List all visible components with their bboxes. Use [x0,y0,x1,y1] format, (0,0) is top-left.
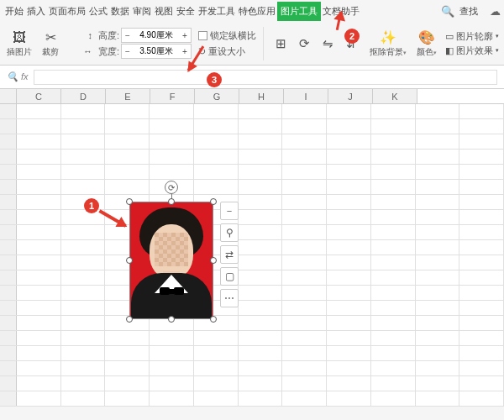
id-photo [130,202,213,318]
col-E[interactable]: E [106,89,150,103]
tab-data[interactable]: 数据 [109,2,131,21]
resize-handle-nw[interactable] [126,198,133,205]
tab-review[interactable]: 审阅 [131,2,153,21]
spreadsheet-grid[interactable]: C D E F G H I J K [0,89,504,407]
resize-handle-s[interactable] [168,316,175,323]
ribbon: 🖼 插图片 ✂ 裁剪 ↕ 高度: − + ↔ 宽度: − + [0,22,504,66]
col-G[interactable]: G [195,89,239,103]
tab-view[interactable]: 视图 [153,2,175,21]
width-label: 宽度: [94,45,119,58]
float-switch-button[interactable]: ⇄ [220,245,239,264]
formula-input[interactable] [34,70,497,85]
checkbox-icon [198,31,207,40]
col-D[interactable]: D [61,89,106,103]
formula-bar: 🔍 fx [0,66,504,89]
color-button[interactable]: 🎨 颜色▾ [415,29,438,58]
grid-rows[interactable] [0,104,504,407]
col-J[interactable]: J [328,89,373,103]
annotation-badge-3: 3 [207,72,222,87]
flip-h-icon[interactable]: ⇋ [318,34,338,54]
face-blur [155,233,188,266]
picture-outline-button[interactable]: ▭ 图片轮廓▾ [445,30,499,43]
annotation-badge-2: 2 [344,29,360,44]
tab-layout[interactable]: 页面布局 [47,2,87,21]
rotate-icon[interactable]: ⟳ [294,34,314,54]
width-minus[interactable]: − [122,45,134,58]
picture-effects-button[interactable]: ◧ 图片效果▾ [445,45,499,57]
resize-handle-n[interactable] [168,198,175,205]
crop-button[interactable]: ✂ 裁剪 [40,29,60,58]
height-minus[interactable]: − [122,29,134,42]
resize-handle-e[interactable] [210,257,217,264]
reset-size-button[interactable]: ↻ 重设大小 [198,45,256,58]
fx-icon[interactable]: 🔍 fx [7,71,29,82]
remove-bg-button[interactable]: ✨ 抠除背景▾ [368,29,408,58]
resize-handle-ne[interactable] [210,198,217,205]
float-crop-button[interactable]: ▢ [220,267,239,286]
tab-insert[interactable]: 插入 [25,2,47,21]
effects-icon: ◧ [445,45,454,56]
tab-picture-tools[interactable]: 图片工具 [277,2,321,21]
float-minus-button[interactable]: － [220,202,239,220]
tab-developer[interactable]: 开发工具 [197,2,237,21]
selected-image[interactable]: ⟳ [129,202,213,319]
col-K[interactable]: K [373,89,417,103]
image-float-toolbar: － ⚲ ⇄ ▢ ⋯ [220,202,239,307]
width-icon: ↔ [67,46,92,56]
height-plus[interactable]: + [179,29,191,42]
tab-start[interactable]: 开始 [3,2,25,21]
width-plus[interactable]: + [179,45,191,58]
column-headers: C D E F G H I J K [0,89,504,104]
tab-bar: 开始 插入 页面布局 公式 数据 审阅 视图 安全 开发工具 特色应用 图片工具… [0,0,504,22]
search-icon[interactable]: 🔍 [438,5,458,18]
height-icon: ↕ [67,30,92,40]
cloud-icon[interactable]: ☁ [486,5,504,18]
col-I[interactable]: I [284,89,328,103]
float-more-button[interactable]: ⋯ [220,289,239,307]
resize-handle-se[interactable] [210,316,217,323]
tab-security[interactable]: 安全 [175,2,197,21]
align-icon[interactable]: ⊞ [270,34,291,54]
annotation-badge-1: 1 [84,198,99,213]
outline-icon: ▭ [445,31,454,42]
width-spinner[interactable]: − + [121,44,192,59]
compress-picture-button[interactable]: 🖼 插图片 [5,29,34,58]
rotate-handle[interactable]: ⟳ [165,181,178,194]
height-input[interactable] [134,31,179,40]
width-input[interactable] [134,47,179,56]
resize-handle-w[interactable] [126,257,133,264]
col-C[interactable]: C [17,89,61,103]
height-label: 高度: [94,29,119,42]
lock-aspect-checkbox[interactable]: 锁定纵横比 [198,29,256,42]
float-zoom-button[interactable]: ⚲ [220,223,239,242]
height-spinner[interactable]: − + [121,28,192,43]
col-F[interactable]: F [150,89,195,103]
tab-formula[interactable]: 公式 [87,2,109,21]
find-label[interactable]: 查找 [458,2,480,21]
tab-special[interactable]: 特色应用 [237,2,277,21]
col-H[interactable]: H [239,89,284,103]
resize-handle-sw[interactable] [126,316,133,323]
